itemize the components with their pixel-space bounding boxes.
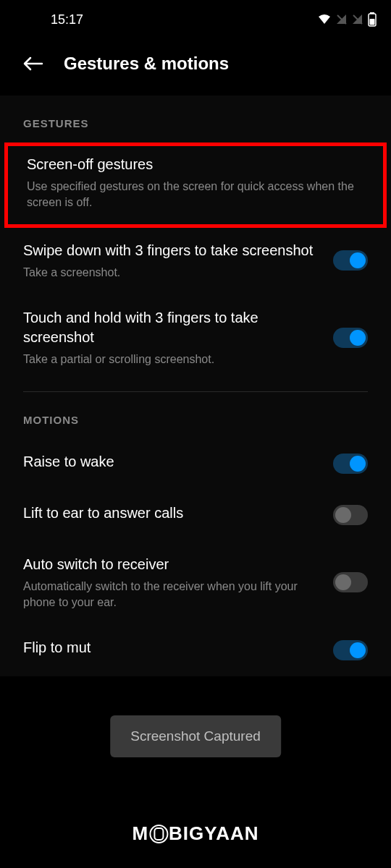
toggle-touch-hold-3-fingers[interactable] <box>333 328 368 348</box>
setting-touch-hold-3-fingers[interactable]: Touch and hold with 3 fingers to take sc… <box>0 295 391 382</box>
battery-icon <box>368 12 377 27</box>
toggle-swipe-3-fingers[interactable] <box>333 250 368 271</box>
setting-title: Raise to wake <box>23 452 319 472</box>
back-icon[interactable] <box>23 56 43 71</box>
setting-lift-to-ear[interactable]: Lift to ear to answer calls <box>0 490 391 542</box>
setting-subtitle: Automatically switch to the receiver whe… <box>23 579 319 611</box>
toggle-auto-switch-receiver[interactable] <box>333 572 368 592</box>
page-title: Gestures & motions <box>64 54 229 74</box>
setting-subtitle: Take a partial or scrolling screenshot. <box>23 352 319 367</box>
toggle-lift-to-ear[interactable] <box>333 505 368 525</box>
app-bar: Gestures & motions <box>0 36 391 95</box>
watermark: M BIGYAAN <box>132 822 258 845</box>
toast-message: Screenshot Captured <box>130 728 261 744</box>
setting-text: Screen-off gestures Use specified gestur… <box>27 155 364 211</box>
setting-raise-to-wake[interactable]: Raise to wake <box>0 439 391 490</box>
highlight-box: Screen-off gestures Use specified gestur… <box>4 142 387 228</box>
watermark-prefix: M <box>132 822 148 845</box>
watermark-logo-icon <box>149 825 168 843</box>
setting-text: Swipe down with 3 fingers to take screen… <box>23 241 319 281</box>
setting-title: Swipe down with 3 fingers to take screen… <box>23 241 319 260</box>
setting-subtitle: Use specified gestures on the screen for… <box>27 179 364 211</box>
content: GESTURES Screen-off gestures Use specifi… <box>0 95 391 676</box>
setting-text: Touch and hold with 3 fingers to take sc… <box>23 308 319 367</box>
wifi-icon <box>317 14 332 25</box>
status-time: 15:17 <box>51 12 83 27</box>
setting-title: Auto switch to receiver <box>23 555 319 574</box>
setting-text: Raise to wake <box>23 452 319 476</box>
setting-title: Touch and hold with 3 fingers to take sc… <box>23 308 319 347</box>
setting-swipe-3-fingers[interactable]: Swipe down with 3 fingers to take screen… <box>0 228 391 295</box>
svg-rect-4 <box>370 19 375 25</box>
setting-title: Lift to ear to answer calls <box>23 503 319 523</box>
status-bar: 15:17 <box>0 0 391 36</box>
setting-subtitle: Take a screenshot. <box>23 265 319 281</box>
setting-screen-off-gestures[interactable]: Screen-off gestures Use specified gestur… <box>8 146 383 224</box>
setting-text: Auto switch to receiver Automatically sw… <box>23 555 319 611</box>
setting-auto-switch-receiver[interactable]: Auto switch to receiver Automatically sw… <box>0 542 391 626</box>
watermark-suffix: BIGYAAN <box>169 822 259 845</box>
section-header-gestures: GESTURES <box>0 95 391 142</box>
signal-disabled-icon-2 <box>352 14 363 25</box>
setting-flip-to-mute[interactable]: Flip to mut <box>0 625 391 676</box>
setting-title: Flip to mut <box>23 638 319 658</box>
toggle-flip-to-mute[interactable] <box>333 640 368 660</box>
toast-notification: Screenshot Captured <box>110 715 281 757</box>
section-header-motions: MOTIONS <box>0 392 391 439</box>
signal-disabled-icon <box>336 14 348 25</box>
status-icons <box>317 12 377 27</box>
toggle-raise-to-wake[interactable] <box>333 454 368 474</box>
setting-title: Screen-off gestures <box>27 155 364 174</box>
setting-text: Lift to ear to answer calls <box>23 503 319 527</box>
setting-text: Flip to mut <box>23 638 319 662</box>
